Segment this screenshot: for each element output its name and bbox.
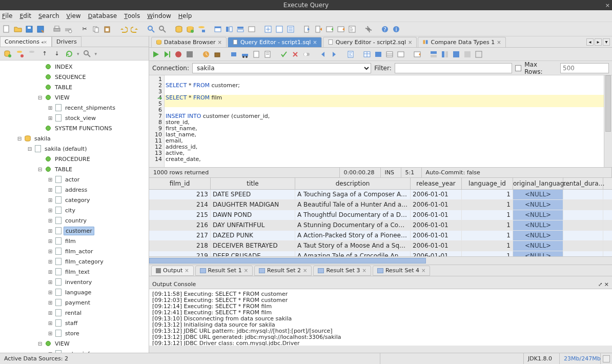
bookmark-icon[interactable] [213,50,222,59]
result-tab[interactable]: Result Set 4× [373,266,430,276]
tree-row[interactable]: ⊞payment [0,297,149,308]
menu-window[interactable]: Window [147,12,171,19]
tree-row[interactable]: ⊞film [0,236,149,246]
column-header[interactable]: rental_dura… [563,178,603,189]
doc1-icon[interactable] [252,50,261,59]
refresh-icon[interactable] [65,49,74,58]
layout1-icon[interactable] [429,50,438,59]
tree-row[interactable]: ⊞city [0,205,149,215]
tree-row[interactable]: ⊟VIEW [0,338,149,349]
editor-tab[interactable]: Database Browser× [151,37,227,47]
view2-icon[interactable] [225,25,234,34]
connection-select[interactable]: sakila [192,63,371,73]
tree-row[interactable]: ⊟sakila (default) [0,144,149,154]
car-icon[interactable] [240,50,250,59]
tree-row[interactable]: ⊟VIEW [0,92,149,103]
refresh-db-icon[interactable] [186,25,195,34]
menu-search[interactable]: Search [38,12,59,19]
import-icon[interactable] [302,25,312,34]
menu-help[interactable]: Help [178,12,192,19]
down-icon[interactable]: ↓ [52,49,62,58]
prev-query-icon[interactable] [318,50,328,59]
layout3-icon[interactable] [452,50,461,59]
tree-row[interactable]: ⊞stock_view [0,113,149,123]
find-all-icon[interactable] [158,25,167,34]
view3-icon[interactable] [236,25,245,34]
db-add-icon[interactable] [3,49,12,58]
next-query-icon[interactable] [330,50,339,59]
grid2-icon[interactable] [374,50,383,59]
tree-row[interactable]: ⊟sakila [0,133,149,144]
redo-icon[interactable] [130,25,139,34]
export-result-icon[interactable] [413,50,422,59]
maxrows-checkbox[interactable] [515,65,521,71]
tree-row[interactable]: ⊞language [0,287,149,297]
tree-row[interactable]: PROCEDURE [0,154,149,164]
new-icon[interactable] [2,25,11,34]
result-tab[interactable]: Result Set 1× [195,266,253,276]
table-row[interactable]: 215DAWN PONDA Thoughtful Documentary of … [149,210,612,220]
db-console-icon[interactable] [197,25,206,34]
saveas-icon[interactable] [36,25,45,34]
export2-icon[interactable] [325,25,334,34]
tool1-icon[interactable] [263,25,273,34]
tree-row[interactable]: ⊞category [0,195,149,205]
tree-row[interactable]: ⊞country [0,215,149,226]
layout5-icon[interactable] [474,50,483,59]
print-preview-icon[interactable] [64,25,73,34]
tree-row[interactable]: ⊞film_text [0,267,149,277]
editor-tab[interactable]: Query Editor - script2.sql× [323,37,417,47]
open-icon[interactable] [13,25,23,34]
layout2-icon[interactable] [440,50,450,59]
menu-tools[interactable]: Tools [124,12,140,19]
result-tab[interactable]: Result Set 3× [313,266,371,276]
tab-drivers[interactable]: Drivers [52,36,81,47]
connect-icon[interactable] [174,25,183,34]
run-icon[interactable] [151,50,160,59]
run-step-icon[interactable] [162,50,172,59]
export3-icon[interactable] [336,25,345,34]
db-delete-icon[interactable] [28,49,37,58]
help-icon[interactable]: ? [380,25,390,34]
close-icon[interactable]: × [605,2,610,9]
script-icon[interactable] [348,25,357,34]
menu-database[interactable]: Database [88,12,117,19]
editor-vscroll[interactable] [604,75,612,167]
format-icon[interactable] [346,50,355,59]
param-icon[interactable] [229,50,238,59]
output-console[interactable]: [09:11:58] Executing: SELECT * FROM cust… [149,289,612,346]
editor-tab[interactable]: Compare Data Types 1× [418,37,505,47]
tabs-next-icon[interactable]: ▸ [595,38,602,46]
search-tree-icon[interactable] [83,49,92,58]
column-header[interactable]: language_id [462,178,513,189]
history-icon[interactable] [201,50,211,59]
tree-row[interactable]: ⊞address [0,185,149,195]
menu-edit[interactable]: Edit [19,12,31,19]
commit-icon[interactable] [279,50,289,59]
tool3-icon[interactable] [286,25,295,34]
save-icon[interactable] [25,25,34,34]
view4-icon[interactable] [247,25,256,34]
tree-row[interactable]: ⊞rental [0,308,149,318]
tree-row[interactable]: ⊞film_actor [0,246,149,256]
table-row[interactable]: 213DATE SPEEDA Touching Saga of a Compos… [149,190,612,200]
export-icon[interactable] [314,25,323,34]
tree-row[interactable]: ⊞film_category [0,256,149,267]
print-icon[interactable] [52,25,62,34]
tab-connections[interactable]: Connections◂× [0,36,52,47]
column-header[interactable]: release_year [411,178,462,189]
undo-icon[interactable] [119,25,128,34]
find-icon[interactable] [147,25,156,34]
db-remove-icon[interactable] [15,49,25,58]
cut-icon[interactable]: ✂ [80,25,89,34]
grid4-icon[interactable] [396,50,405,59]
column-header[interactable]: film_id [149,178,211,189]
menu-file[interactable]: File [2,12,12,19]
code-editor[interactable]: 1234567891011121314 ➔SELECT * FROM custo… [149,75,612,168]
result-grid[interactable]: film_idtitledescriptionrelease_yearlangu… [149,178,612,265]
doc2-icon[interactable] [263,50,272,59]
up-icon[interactable]: ↑ [40,49,49,58]
result-tab[interactable]: Result Set 2× [254,266,312,276]
explain-icon[interactable] [185,50,194,59]
rollback-icon[interactable] [291,50,300,59]
